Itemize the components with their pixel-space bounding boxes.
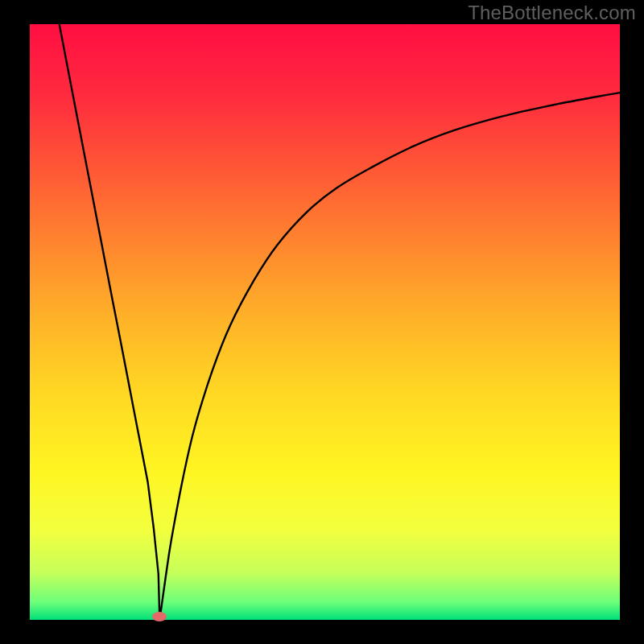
plot-background: [30, 24, 620, 620]
optimum-marker: [152, 612, 167, 621]
watermark-label: TheBottleneck.com: [468, 2, 636, 24]
chart-frame: TheBottleneck.com: [0, 0, 644, 644]
chart-svg: [0, 0, 644, 644]
